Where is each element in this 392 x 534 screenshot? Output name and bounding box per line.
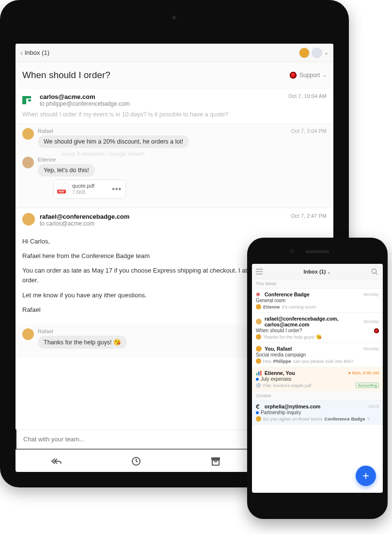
from-address: carlos@acme.com xyxy=(40,93,283,100)
alert-icon xyxy=(374,328,379,333)
internal-chat: Rafael Oct 7, 3:04 PM We should give him… xyxy=(16,124,333,208)
chat-bubble: We should give him a 20% discount, he or… xyxy=(38,135,189,148)
back-button[interactable]: ‹ Inbox (1) xyxy=(20,49,49,57)
svg-rect-3 xyxy=(214,461,217,462)
avatar xyxy=(256,304,261,309)
phone-screen: Inbox (1) ⌄ This Week ✱ Conference Badge… xyxy=(252,264,383,493)
chat-message: Etienne Yep, let's do this! quote.pdf 7.… xyxy=(22,157,327,199)
sender-icon xyxy=(22,93,35,106)
from-address: rafael@conferencebadge.com xyxy=(40,213,286,220)
avatar xyxy=(256,383,261,388)
avatar xyxy=(256,334,261,340)
chevron-down-icon: ⌄ xyxy=(327,270,331,275)
svg-rect-2 xyxy=(212,460,219,465)
inbox-item[interactable]: ℭ orphelia@nytimes.com Oct 8 Partnership… xyxy=(252,401,383,425)
chat-bubble: Yep, let's do this! xyxy=(38,164,95,177)
attachment-size: 7.8KB xyxy=(72,190,94,195)
item-day: Monday xyxy=(363,292,379,297)
chat-author: Rafael xyxy=(38,128,53,134)
pdf-icon xyxy=(58,183,68,195)
subject-title: When should I order? xyxy=(22,70,110,81)
section-header: This Week xyxy=(252,279,383,289)
phone-device-frame: Inbox (1) ⌄ This Week ✱ Conference Badge… xyxy=(247,238,388,519)
archive-icon[interactable] xyxy=(211,457,220,466)
svg-rect-1 xyxy=(211,457,220,460)
avatar xyxy=(22,128,34,140)
item-day: Monday xyxy=(363,346,379,351)
attachment-more-icon[interactable]: ••• xyxy=(112,185,122,194)
category-tag: Accounting xyxy=(356,383,379,388)
chat-bubble: Thanks for the help guys! 😘 xyxy=(38,336,127,349)
inbox-title[interactable]: Inbox (1) ⌄ xyxy=(264,269,371,275)
chevron-down-icon: ⌄ xyxy=(323,72,327,78)
chat-author: Etienne xyxy=(38,157,56,162)
attachment-name: quote.pdf xyxy=(72,183,94,189)
item-preview: Do you agree on those terms Conference B… xyxy=(256,416,379,421)
to-address: to philippe@conferencebadge.com xyxy=(40,100,283,107)
chevron-down-icon: ⌄ xyxy=(324,49,329,56)
section-header: October xyxy=(252,391,383,401)
avatar xyxy=(256,358,261,364)
item-from: Conference Badge xyxy=(265,291,310,297)
plus-icon: + xyxy=(362,469,369,483)
svg-point-4 xyxy=(372,269,376,273)
chat-author: Rafael xyxy=(38,328,53,334)
message-body-preview: When should I order if my event is in 10… xyxy=(22,111,327,118)
item-preview: File: invoices-staple.pdf Accounting xyxy=(256,383,379,388)
item-subject: July expenses xyxy=(261,376,291,382)
participant-avatars[interactable]: ⌄ xyxy=(299,48,329,58)
faded-background-text: nexus 9 resolution - Google Search xyxy=(61,151,327,157)
item-preview: Etienne It's coming soon! xyxy=(256,304,379,309)
item-day: Monday xyxy=(363,319,379,324)
item-from: Etienne, You xyxy=(265,370,295,376)
item-day: ● Mon, 9:00 AM xyxy=(348,371,379,375)
inbox-item[interactable]: ✱ Conference Badge Monday General room E… xyxy=(252,289,383,313)
group-icon: ✱ xyxy=(256,291,262,297)
conversation-header: ‹ Inbox (1) ⌄ xyxy=(16,44,333,62)
ny-icon: ℭ xyxy=(256,404,262,409)
back-label: Inbox (1) xyxy=(25,49,49,56)
reply-all-icon[interactable] xyxy=(50,457,62,466)
avatar xyxy=(22,328,34,340)
to-address: to carlos@acme.com xyxy=(40,220,286,227)
item-from: You, Rafael xyxy=(265,346,292,352)
unread-dot-icon xyxy=(256,378,259,381)
avatar xyxy=(22,157,34,168)
phone-camera xyxy=(290,249,294,254)
search-icon[interactable] xyxy=(371,268,379,275)
phone-speaker xyxy=(305,250,329,253)
chat-message: Rafael Oct 7, 3:04 PM We should give him… xyxy=(22,128,327,148)
message-timestamp: Oct 7, 10:04 AM xyxy=(288,93,327,99)
avatar xyxy=(22,213,35,226)
unread-dot-icon xyxy=(256,411,259,414)
clock-icon[interactable] xyxy=(131,456,141,466)
attachment-card[interactable]: quote.pdf 7.8KB ••• xyxy=(53,179,126,199)
menu-icon[interactable] xyxy=(256,269,264,275)
tag-label: Support xyxy=(299,72,320,79)
alert-icon xyxy=(290,72,297,79)
item-preview: Hey Philippe can you please look into th… xyxy=(256,358,379,364)
chat-timestamp: Oct 7, 3:04 PM xyxy=(291,128,327,134)
item-subject: When should I order? xyxy=(256,328,302,333)
svg-rect-7 xyxy=(260,371,262,375)
support-tag[interactable]: Support ⌄ xyxy=(290,72,327,79)
email-message: rafael@conferencebadge.com to carlos@acm… xyxy=(16,208,333,232)
inbox-header: Inbox (1) ⌄ xyxy=(252,264,383,279)
compose-fab[interactable]: + xyxy=(356,466,376,486)
item-subject: Partnership inquiry xyxy=(261,410,301,415)
item-subject-row: When should I order? xyxy=(256,328,379,333)
message-timestamp: Oct 7, 2:47 PM xyxy=(291,213,327,219)
item-day: Oct 8 xyxy=(368,404,379,409)
inbox-item[interactable]: Etienne, You ● Mon, 9:00 AM July expense… xyxy=(252,367,383,391)
avatar xyxy=(312,48,322,58)
tablet-camera xyxy=(172,16,177,20)
inbox-item[interactable]: rafael@conferencebadge.com, carlos@acme.… xyxy=(252,313,383,343)
item-from: orphelia@nytimes.com xyxy=(265,404,320,409)
inbox-item[interactable]: You, Rafael Monday Social media campaign… xyxy=(252,343,383,367)
svg-rect-5 xyxy=(256,373,258,375)
subject-bar: When should I order? Support ⌄ xyxy=(16,62,333,88)
email-message: carlos@acme.com to philippe@conferenceba… xyxy=(16,88,333,124)
avatar xyxy=(299,48,310,58)
item-subject: Social media campaign xyxy=(256,352,379,357)
chart-icon xyxy=(256,370,262,376)
